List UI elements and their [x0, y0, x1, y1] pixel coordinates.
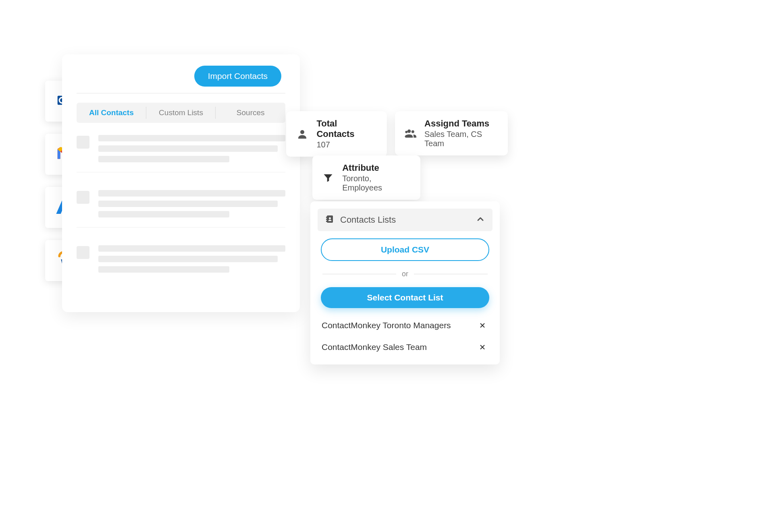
stat-attribute: Attribute Toronto, Employees: [312, 155, 420, 200]
stat-assigned-teams: Assignd Teams Sales Team, CS Team: [395, 111, 508, 155]
skeleton-avatar: [77, 191, 89, 204]
select-contact-list-button[interactable]: Select Contact List: [321, 287, 489, 308]
tab-all-contacts[interactable]: All Contacts: [77, 103, 146, 123]
svg-point-6: [300, 130, 304, 134]
stat-value: 107: [316, 140, 376, 149]
remove-list-button[interactable]: [476, 341, 488, 353]
skeleton-line: [98, 145, 278, 152]
list-item: [77, 190, 285, 228]
skeleton-line: [98, 266, 229, 273]
skeleton-line: [98, 201, 278, 207]
svg-point-8: [411, 130, 414, 133]
stat-label: Total Contacts: [316, 118, 376, 139]
skeleton-line: [98, 156, 229, 162]
svg-point-11: [329, 217, 331, 219]
tab-sources[interactable]: Sources: [216, 103, 285, 123]
svg-point-9: [405, 131, 407, 133]
address-book-icon: [325, 214, 335, 226]
stat-total-contacts: Total Contacts 107: [286, 111, 387, 157]
group-icon: [404, 126, 417, 141]
upload-csv-button[interactable]: Upload CSV: [321, 238, 489, 261]
import-contacts-button[interactable]: Import Contacts: [194, 66, 281, 87]
stat-value: Sales Team, CS Team: [424, 130, 497, 148]
or-divider: or: [322, 270, 488, 278]
selected-list-name: ContactMonkey Toronto Managers: [322, 321, 476, 330]
skeleton-line: [98, 135, 285, 141]
contacts-tabs: All Contacts Custom Lists Sources: [77, 103, 285, 123]
contacts-skeleton-list: [77, 135, 285, 282]
stat-label: Assignd Teams: [424, 118, 497, 129]
list-item: [77, 245, 285, 282]
selected-list-item: ContactMonkey Toronto Managers: [321, 317, 489, 334]
selected-list-item: ContactMonkey Sales Team: [321, 339, 489, 356]
svg-rect-12: [326, 217, 327, 218]
contacts-lists-header[interactable]: Contacts Lists: [318, 209, 493, 231]
funnel-icon: [321, 170, 335, 185]
stat-label: Attribute: [342, 163, 410, 173]
or-label: or: [402, 270, 408, 278]
svg-rect-13: [326, 219, 327, 220]
skeleton-line: [98, 190, 285, 197]
selected-lists: ContactMonkey Toronto Managers ContactMo…: [321, 317, 489, 356]
skeleton-avatar: [77, 136, 89, 149]
svg-point-7: [407, 129, 411, 133]
chevron-up-icon[interactable]: [476, 214, 485, 226]
tab-custom-lists[interactable]: Custom Lists: [146, 103, 216, 123]
selected-list-name: ContactMonkey Sales Team: [322, 342, 476, 352]
svg-rect-14: [326, 221, 327, 222]
stat-value: Toronto, Employees: [342, 174, 410, 193]
person-icon: [295, 127, 309, 141]
contacts-lists-title: Contacts Lists: [340, 215, 470, 225]
remove-list-button[interactable]: [476, 319, 488, 331]
contacts-card: Import Contacts All Contacts Custom List…: [62, 54, 300, 312]
skeleton-line: [98, 245, 285, 252]
divider: [77, 93, 285, 93]
skeleton-line: [98, 256, 278, 262]
contacts-lists-panel: Contacts Lists Upload CSV or Select Cont…: [310, 201, 500, 364]
list-item: [77, 135, 285, 172]
skeleton-avatar: [77, 246, 89, 259]
skeleton-line: [98, 211, 229, 217]
